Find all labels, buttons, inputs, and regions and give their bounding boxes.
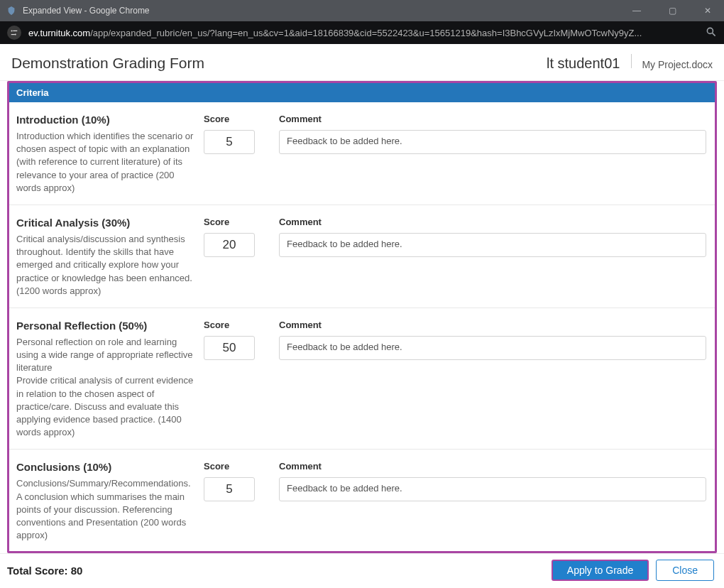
criterion-title: Introduction (10%): [16, 114, 194, 126]
comment-label: Comment: [279, 114, 706, 124]
maximize-button[interactable]: ▢: [662, 6, 683, 16]
student-name: lt student01: [547, 55, 630, 72]
criterion-title: Critical Analysis (30%): [16, 217, 194, 229]
site-settings-icon[interactable]: [7, 26, 21, 40]
svg-line-5: [713, 33, 715, 36]
criterion-row: Personal Reflection (50%) Personal refle…: [9, 308, 715, 450]
score-label: Score: [204, 217, 279, 227]
criterion-description: Introduction which identifies the scenar…: [16, 130, 194, 195]
svg-point-0: [11, 30, 13, 31]
score-label: Score: [204, 461, 279, 472]
svg-point-2: [15, 34, 16, 36]
window-controls: — ▢ ✕: [626, 6, 718, 16]
url-text[interactable]: ev.turnituk.com/app/expanded_rubric/en_u…: [28, 28, 698, 38]
criterion-description: Personal reflection on role and learning…: [16, 336, 194, 440]
criteria-list: Introduction (10%) Introduction which id…: [9, 102, 715, 551]
score-label: Score: [204, 114, 279, 124]
comment-label: Comment: [279, 217, 706, 227]
address-bar[interactable]: ev.turnituk.com/app/expanded_rubric/en_u…: [0, 21, 724, 44]
score-input[interactable]: [204, 477, 255, 501]
comment-field[interactable]: Feedback to be added here.: [279, 477, 706, 501]
svg-rect-1: [13, 31, 17, 31]
score-label: Score: [204, 320, 279, 330]
comment-field[interactable]: Feedback to be added here.: [279, 336, 706, 360]
file-name: My Project.docx: [633, 59, 713, 70]
footer: Total Score: 80 Apply to Grade Close: [0, 553, 724, 588]
comment-field[interactable]: Feedback to be added here.: [279, 130, 706, 154]
criterion-title: Conclusions (10%): [16, 461, 194, 473]
app-icon: [6, 5, 17, 16]
comment-label: Comment: [279, 320, 706, 330]
criterion-row: Conclusions (10%) Conclusions/Summary/Re…: [9, 450, 715, 551]
rubric-panel: Criteria Introduction (10%) Introduction…: [7, 81, 717, 553]
criterion-row: Introduction (10%) Introduction which id…: [9, 102, 715, 205]
comment-field[interactable]: Feedback to be added here.: [279, 233, 706, 257]
criterion-description: Critical analysis/discussion and synthes…: [16, 233, 194, 298]
total-score: Total Score: 80: [7, 565, 544, 577]
score-input[interactable]: [204, 233, 255, 257]
minimize-button[interactable]: —: [626, 6, 647, 16]
svg-rect-3: [11, 34, 15, 35]
criterion-row: Critical Analysis (30%) Critical analysi…: [9, 205, 715, 308]
close-button[interactable]: Close: [656, 560, 714, 581]
search-icon[interactable]: [706, 26, 717, 40]
criteria-header: Criteria: [9, 83, 715, 102]
comment-label: Comment: [279, 461, 706, 472]
svg-point-4: [707, 28, 713, 33]
criterion-description: Conclusions/Summary/Recommendations. A c…: [16, 477, 194, 542]
criterion-title: Personal Reflection (50%): [16, 320, 194, 332]
score-input[interactable]: [204, 130, 255, 154]
page-header: Demonstration Grading Form lt student01 …: [0, 44, 724, 81]
window-titlebar: Expanded View - Google Chrome — ▢ ✕: [0, 0, 724, 21]
divider: [631, 54, 632, 68]
apply-to-grade-button[interactable]: Apply to Grade: [552, 560, 649, 581]
window-title: Expanded View - Google Chrome: [23, 6, 626, 16]
page-title: Demonstration Grading Form: [11, 55, 547, 72]
close-window-button[interactable]: ✕: [697, 6, 718, 16]
score-input[interactable]: [204, 336, 255, 360]
